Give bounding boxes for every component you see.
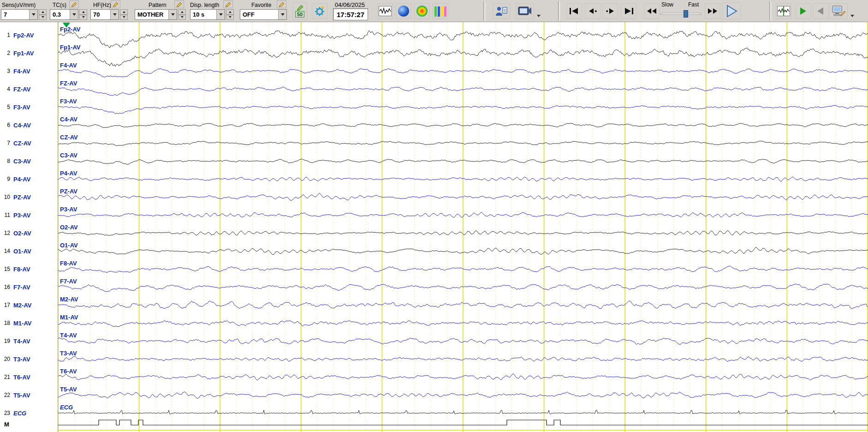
fast-forward-icon bbox=[707, 7, 718, 15]
eeg-waveform-view-button[interactable] bbox=[377, 3, 393, 19]
channel-row[interactable]: 21T6-AV bbox=[0, 373, 58, 381]
trace-channel-label: M1-AV bbox=[60, 314, 78, 321]
prev-event-button[interactable] bbox=[585, 3, 600, 19]
channel-row[interactable]: 19T4-AV bbox=[0, 337, 58, 345]
video-dropdown-arrow[interactable] bbox=[537, 15, 541, 17]
channel-row[interactable]: 5F3-AV bbox=[0, 103, 58, 111]
trace-channel-label: ECG bbox=[60, 404, 73, 411]
play-button[interactable] bbox=[722, 2, 741, 20]
toolbar-divider bbox=[558, 1, 560, 21]
channel-number: 19 bbox=[0, 338, 10, 344]
channel-label-column: 1Fp2-AV2Fp1-AV3F4-AV4FZ-AV5F3-AV6C4-AV7C… bbox=[0, 22, 58, 432]
pattern-spinner[interactable] bbox=[178, 9, 186, 20]
channel-row[interactable]: 8C3-AV bbox=[0, 157, 58, 165]
hf-spin-down[interactable] bbox=[120, 15, 128, 20]
channel-number: 6 bbox=[0, 122, 10, 128]
channel-row[interactable]: 6C4-AV bbox=[0, 121, 58, 129]
sens-combo[interactable]: 7 bbox=[1, 9, 38, 20]
favorite-edit-pencil-icon[interactable] bbox=[277, 0, 286, 8]
skip-to-end-button[interactable] bbox=[621, 3, 636, 19]
eeg-trace-area[interactable] bbox=[58, 22, 868, 432]
video-button[interactable] bbox=[516, 3, 534, 19]
pattern-spin-up[interactable] bbox=[178, 9, 186, 15]
trace-channel-label: O1-AV bbox=[60, 242, 78, 249]
channel-row[interactable]: 20T3-AV bbox=[0, 355, 58, 363]
hf-spinner[interactable] bbox=[120, 9, 128, 20]
channel-row[interactable]: 18M1-AV bbox=[0, 319, 58, 327]
favorite-combo[interactable]: OFF bbox=[240, 9, 287, 20]
channel-number: 14 bbox=[0, 248, 10, 254]
pattern-combo[interactable]: MOTHER bbox=[135, 9, 177, 20]
skip-to-start-button[interactable] bbox=[566, 3, 582, 19]
patient-info-button[interactable] bbox=[493, 3, 510, 19]
channel-row[interactable]: 11P3-AV bbox=[0, 211, 58, 219]
tc-edit-pencil-icon[interactable] bbox=[69, 0, 79, 8]
disp-length-combo[interactable]: 10 s bbox=[190, 9, 225, 20]
channel-name: F8-AV bbox=[13, 266, 30, 273]
channel-row[interactable]: 10PZ-AV bbox=[0, 193, 58, 201]
hf-combo[interactable]: 70 bbox=[90, 9, 119, 20]
channel-row[interactable]: 7CZ-AV bbox=[0, 139, 58, 147]
tc-spinner[interactable] bbox=[79, 9, 87, 20]
hf-combo-arrow[interactable] bbox=[110, 10, 119, 19]
disp-length-spinner[interactable] bbox=[226, 9, 234, 20]
channel-row[interactable]: 14O1-AV bbox=[0, 247, 58, 255]
workstation-dropdown-arrow[interactable] bbox=[850, 15, 854, 17]
favorite-combo-arrow[interactable] bbox=[278, 10, 286, 19]
gray-back-icon bbox=[816, 6, 825, 16]
channel-row[interactable]: 2Fp1-AV bbox=[0, 49, 58, 57]
speed-slider-handle[interactable] bbox=[684, 10, 688, 18]
disp-length-edit-pencil-icon[interactable] bbox=[223, 0, 233, 8]
play-backward-gray-button[interactable] bbox=[813, 3, 828, 19]
tc-combo-arrow[interactable] bbox=[70, 10, 78, 19]
sens-combo-arrow[interactable] bbox=[29, 10, 37, 19]
channel-row[interactable]: 1Fp2-AV bbox=[0, 31, 58, 39]
rewind-button[interactable] bbox=[644, 3, 660, 19]
tc-spin-down[interactable] bbox=[79, 15, 87, 20]
topo-map-icon bbox=[416, 6, 428, 17]
play-forward-green-button[interactable] bbox=[795, 3, 811, 19]
channel-number: 22 bbox=[0, 392, 10, 398]
hf-edit-pencil-icon[interactable] bbox=[111, 0, 120, 8]
dsa-trend-button[interactable] bbox=[433, 3, 448, 19]
channel-row[interactable]: 4FZ-AV bbox=[0, 85, 58, 93]
pattern-spin-down[interactable] bbox=[178, 15, 186, 20]
eeg-review-window: Sens(uV/mm) 7 TC(s) 0.3 HF(Hz) 70 bbox=[0, 0, 868, 432]
next-event-button[interactable] bbox=[602, 3, 618, 19]
pen-sensitivity-button[interactable]: 50 bbox=[292, 2, 307, 20]
trace-channel-label: T5-AV bbox=[60, 386, 77, 393]
sens-spin-up[interactable] bbox=[39, 9, 47, 15]
pattern-combo-arrow[interactable] bbox=[168, 10, 177, 19]
brain-map-3d-button[interactable] bbox=[396, 3, 411, 19]
speed-slider-track[interactable] bbox=[660, 13, 701, 15]
channel-row[interactable]: 16F7-AV bbox=[0, 283, 58, 291]
disp-length-spin-down[interactable] bbox=[226, 15, 234, 20]
channel-row[interactable]: 3F4-AV bbox=[0, 67, 58, 75]
disp-length-value: 10 s bbox=[193, 11, 216, 18]
workstation-settings-button[interactable] bbox=[829, 3, 848, 19]
channel-row[interactable]: 9P4-AV bbox=[0, 175, 58, 183]
disp-length-spin-up[interactable] bbox=[226, 9, 234, 15]
channel-name: O1-AV bbox=[13, 248, 31, 255]
channel-row[interactable]: 12O2-AV bbox=[0, 229, 58, 237]
tc-spin-up[interactable] bbox=[79, 9, 87, 15]
disp-length-combo-arrow[interactable] bbox=[216, 10, 225, 19]
channel-row[interactable]: 23ECG bbox=[0, 409, 58, 417]
tc-combo[interactable]: 0.3 bbox=[50, 9, 78, 20]
topo-map-button[interactable] bbox=[414, 3, 430, 19]
channel-row[interactable]: 15F8-AV bbox=[0, 265, 58, 273]
sens-spin-down[interactable] bbox=[39, 15, 47, 20]
montage-settings-button[interactable] bbox=[312, 3, 327, 19]
sens-spinner[interactable] bbox=[39, 9, 47, 20]
channel-row[interactable]: 17M2-AV bbox=[0, 301, 58, 309]
trace-channel-label: T3-AV bbox=[60, 350, 77, 357]
fast-forward-button[interactable] bbox=[705, 3, 720, 19]
review-waveform-button[interactable] bbox=[776, 3, 791, 19]
trace-channel-label: F8-AV bbox=[60, 260, 77, 267]
trace-channel-label: P3-AV bbox=[60, 206, 77, 213]
channel-row[interactable]: 22T5-AV bbox=[0, 391, 58, 399]
gear-icon bbox=[314, 5, 326, 17]
pattern-edit-pencil-icon[interactable] bbox=[174, 0, 184, 8]
trace-channel-label: PZ-AV bbox=[60, 188, 77, 195]
hf-spin-up[interactable] bbox=[120, 9, 128, 15]
